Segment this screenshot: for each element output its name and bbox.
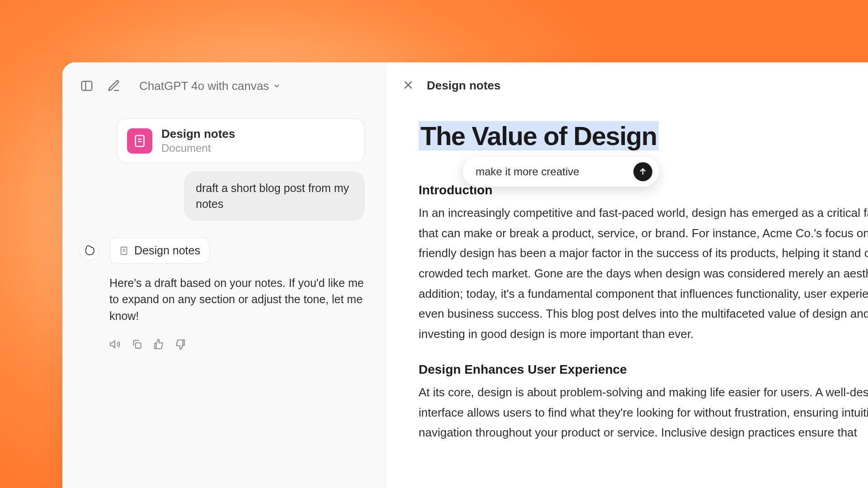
chat-messages: Design notes Document draft a short blog… [80,118,368,352]
selection-edit-popover: make it more creative [463,157,659,187]
close-canvas-button[interactable] [402,79,414,93]
canvas-title: Design notes [427,79,500,93]
section-1-body[interactable]: In an increasingly competitive and fast-… [419,203,868,344]
chevron-down-icon [273,82,281,90]
attachment-meta: Design notes Document [161,127,235,155]
app-window: ChatGPT 4o with canvas Design notes Docu… [62,62,868,488]
section-2-body[interactable]: At its core, design is about problem-sol… [419,382,868,443]
section-2-heading[interactable]: Design Enhances User Experience [419,362,868,377]
document-icon [127,128,152,154]
assistant-row: Design notes Here's a draft based on you… [80,237,365,352]
popover-input[interactable]: make it more creative [476,165,579,178]
popover-send-button[interactable] [633,162,652,181]
svg-marker-8 [110,341,115,347]
assistant-avatar [80,241,99,261]
model-picker[interactable]: ChatGPT 4o with canvas [139,79,281,93]
document-h1[interactable]: The Value of Design [419,121,659,150]
document-body[interactable]: The Value of Design make it more creativ… [386,122,868,443]
copy-icon[interactable] [131,338,143,352]
new-chat-icon[interactable] [107,79,121,93]
assistant-message: Here's a draft based on your notes. If y… [109,275,365,324]
svg-rect-9 [136,343,141,348]
attachment-title: Design notes [161,127,235,141]
svg-rect-0 [82,81,92,90]
chat-panel: ChatGPT 4o with canvas Design notes Docu… [62,62,386,488]
openai-logo-icon [84,245,95,257]
canvas-document-chip[interactable]: Design notes [109,237,210,264]
user-message: draft a short blog post from my notes [184,171,365,221]
model-label: ChatGPT 4o with canvas [139,79,269,93]
thumbs-down-icon[interactable] [175,338,186,352]
background-gradient: ChatGPT 4o with canvas Design notes Docu… [0,0,868,488]
attachment-subtitle: Document [161,142,235,155]
canvas-topbar: Design notes [386,79,868,93]
canvas-chip-label: Design notes [134,244,200,257]
attachment-card[interactable]: Design notes Document [117,118,365,163]
sidebar-toggle-icon[interactable] [80,79,94,93]
document-small-icon [119,246,129,256]
message-actions [109,338,365,352]
read-aloud-icon[interactable] [109,338,121,352]
thumbs-up-icon[interactable] [153,338,165,352]
chat-topbar: ChatGPT 4o with canvas [80,79,368,93]
canvas-panel: Design notes The Value of Design make it… [386,62,868,488]
arrow-up-icon [638,167,648,177]
